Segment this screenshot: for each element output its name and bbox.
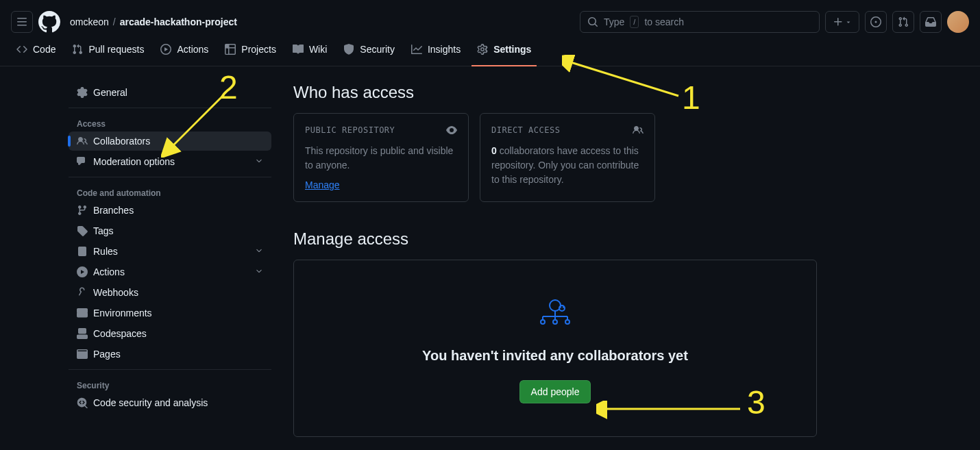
git-pull-request-icon: [72, 44, 83, 55]
sidebar-item-code-security[interactable]: Code security and analysis: [69, 393, 271, 412]
comment-discussion-icon: [77, 156, 88, 167]
card-label: PUBLIC REPOSITORY: [305, 125, 395, 135]
svg-point-1: [559, 305, 565, 311]
svg-point-6: [565, 320, 569, 324]
manage-link[interactable]: Manage: [305, 179, 340, 190]
manage-access-panel: You haven't invited any collaborators ye…: [293, 260, 817, 437]
gear-icon: [77, 87, 88, 98]
search-input[interactable]: Type / to search: [580, 11, 820, 33]
server-icon: [77, 308, 88, 318]
breadcrumb-separator: /: [113, 16, 116, 27]
sidebar-item-rules[interactable]: Rules: [69, 242, 271, 261]
sidebar-item-collaborators[interactable]: Collaborators: [69, 132, 271, 151]
eye-icon: [446, 125, 457, 136]
card-text: 0 collaborators have access to this repo…: [491, 144, 644, 187]
git-branch-icon: [77, 205, 88, 216]
collaborators-empty-icon: [536, 293, 574, 332]
issues-button[interactable]: [865, 11, 887, 33]
search-prefix: Type: [604, 16, 624, 27]
notifications-button[interactable]: [920, 11, 942, 33]
sidebar-item-environments[interactable]: Environments: [69, 303, 271, 323]
add-people-button[interactable]: Add people: [519, 380, 591, 403]
tab-actions[interactable]: Actions: [155, 38, 214, 66]
breadcrumb: omckeon / arcade-hackathon-project: [70, 16, 237, 27]
section-heading-manage: Manage access: [293, 229, 817, 249]
card-text: This repository is public and visible to…: [305, 144, 457, 173]
sidebar-item-codespaces[interactable]: Codespaces: [69, 324, 271, 343]
sidebar-heading-code: Code and automation: [69, 183, 271, 201]
svg-point-5: [553, 320, 557, 324]
tab-code[interactable]: Code: [11, 38, 61, 66]
card-label: DIRECT ACCESS: [491, 125, 560, 135]
tab-projects[interactable]: Projects: [219, 38, 282, 66]
chevron-down-icon: [255, 246, 263, 257]
owner-link[interactable]: omckeon: [70, 16, 109, 27]
user-avatar[interactable]: [947, 11, 969, 33]
tab-security[interactable]: Security: [338, 38, 400, 66]
sidebar-item-webhooks[interactable]: Webhooks: [69, 283, 271, 302]
webhook-icon: [77, 287, 88, 298]
code-icon: [16, 44, 27, 55]
browser-icon: [77, 349, 88, 360]
table-icon: [225, 44, 236, 55]
sidebar-item-pages[interactable]: Pages: [69, 345, 271, 364]
chevron-down-icon: [255, 266, 263, 277]
tag-icon: [77, 225, 88, 236]
hamburger-menu[interactable]: [11, 11, 33, 33]
sidebar-item-branches[interactable]: Branches: [69, 201, 271, 220]
tab-wiki[interactable]: Wiki: [287, 38, 332, 66]
pulls-button[interactable]: [892, 11, 914, 33]
book-icon: [293, 44, 304, 55]
play-icon: [77, 266, 88, 277]
people-icon: [77, 136, 88, 147]
sidebar-item-actions[interactable]: Actions: [69, 262, 271, 282]
tab-pulls[interactable]: Pull requests: [66, 38, 149, 66]
sidebar-item-general[interactable]: General: [69, 83, 271, 102]
search-kbd: /: [630, 16, 639, 28]
section-heading-access: Who has access: [293, 83, 817, 102]
card-public-repo: PUBLIC REPOSITORY This repository is pub…: [293, 113, 469, 202]
ruler-icon: [77, 246, 88, 257]
empty-state-heading: You haven't invited any collaborators ye…: [422, 348, 688, 364]
sidebar-heading-access: Access: [69, 114, 271, 132]
graph-icon: [411, 44, 422, 55]
tab-insights[interactable]: Insights: [406, 38, 466, 66]
chevron-down-icon: [255, 156, 263, 167]
codespaces-icon: [77, 328, 88, 339]
sidebar-item-moderation[interactable]: Moderation options: [69, 152, 271, 171]
sidebar-heading-security: Security: [69, 375, 271, 393]
repo-link[interactable]: arcade-hackathon-project: [120, 16, 237, 27]
create-new-button[interactable]: [825, 11, 859, 33]
shield-icon: [343, 44, 354, 55]
card-direct-access: DIRECT ACCESS 0 collaborators have acces…: [480, 113, 655, 202]
search-icon: [587, 16, 598, 27]
search-suffix: to search: [644, 16, 684, 27]
people-icon: [633, 125, 644, 136]
gear-icon: [477, 44, 488, 55]
github-logo-icon[interactable]: [38, 11, 60, 33]
play-icon: [160, 44, 171, 55]
codescan-icon: [77, 397, 88, 408]
tab-settings[interactable]: Settings: [471, 38, 537, 66]
sidebar-item-tags[interactable]: Tags: [69, 221, 271, 240]
svg-point-4: [541, 320, 545, 324]
